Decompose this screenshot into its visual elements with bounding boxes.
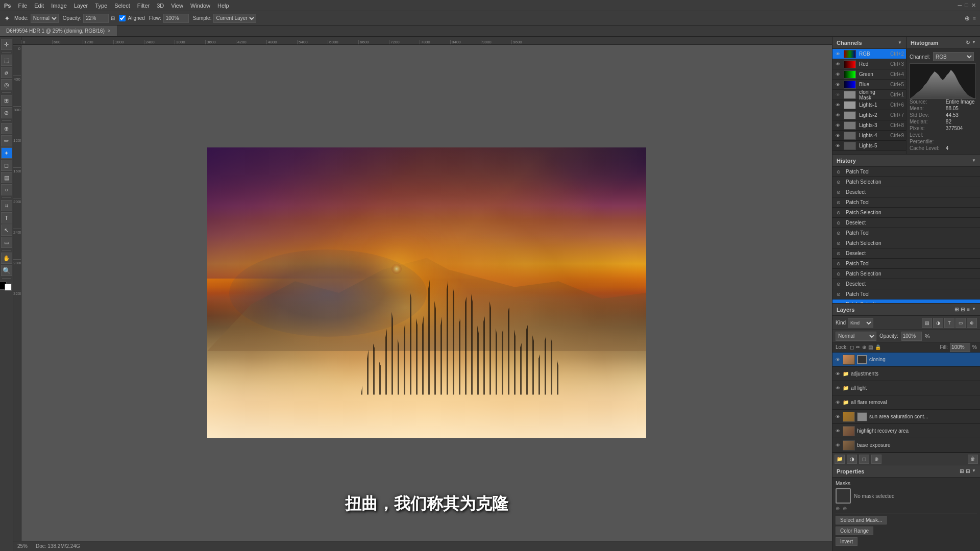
menu-image[interactable]: Image (51, 3, 67, 9)
window-minimize[interactable]: ─ (958, 2, 962, 9)
layer-cloning[interactable]: 👁 cloning (832, 353, 980, 367)
layer-highlight-recovery[interactable]: 👁 highlight recovery area (832, 424, 980, 438)
history-patch-tool-4[interactable]: ⊙ Patch Tool (832, 259, 980, 269)
layer-flare-removal[interactable]: 👁 📁 all flare removal (832, 395, 980, 410)
invert-btn[interactable]: Invert (836, 537, 857, 546)
layers-panel-icon-3[interactable]: ≡ (967, 307, 970, 312)
fill-input[interactable] (950, 343, 970, 352)
history-patch-sel-1[interactable]: ⊙ Patch Selection (832, 177, 980, 187)
layer-opacity-input[interactable] (901, 332, 922, 341)
eraser-tool[interactable]: ◻ (1, 160, 12, 171)
layers-panel-icon-1[interactable]: ⊞ (954, 307, 959, 312)
history-patch-tool-3[interactable]: ⊙ Patch Tool (832, 228, 980, 238)
history-patch-sel-3[interactable]: ⊙ Patch Selection (832, 238, 980, 248)
channel-cloning-mask[interactable]: 👁 cloning Mask Ctrl+1 (832, 90, 906, 100)
menu-window[interactable]: Window (190, 3, 210, 9)
channel-lights4[interactable]: 👁 Lights-4 Ctrl+9 (832, 131, 906, 141)
lock-paint[interactable]: ✏ (856, 344, 860, 350)
history-patch-sel-4[interactable]: ⊙ Patch Selection (832, 269, 980, 279)
history-deselect-3[interactable]: ⊙ Deselect (832, 248, 980, 259)
ps-logo[interactable]: Ps (4, 3, 11, 9)
channel-green[interactable]: 👁 Green Ctrl+4 (832, 69, 906, 80)
select-rect-tool[interactable]: ⬚ (1, 55, 12, 66)
menu-file[interactable]: File (18, 3, 27, 9)
brush-tool[interactable]: ✏ (1, 135, 12, 146)
sun-eye[interactable]: 👁 (835, 414, 841, 419)
filter-adjust[interactable]: ◑ (933, 318, 943, 328)
new-layer-btn[interactable]: ⊕ (871, 455, 881, 464)
l3-eye[interactable]: 👁 (835, 123, 841, 128)
channel-red[interactable]: 👁 Red Ctrl+3 (832, 59, 906, 69)
blend-mode-select[interactable]: Normal (836, 332, 876, 341)
document-canvas[interactable] (207, 147, 646, 438)
channel-lights5[interactable]: 👁 Lights-5 (832, 141, 906, 151)
history-patch-sel-2[interactable]: ⊙ Patch Selection (832, 208, 980, 218)
prop-icon-2[interactable]: ⊟ (966, 468, 970, 474)
lock-position[interactable]: ⊕ (862, 344, 866, 350)
prop-collapse[interactable]: ▼ (972, 468, 976, 474)
mask-eye[interactable]: 👁 (835, 92, 841, 97)
history-deselect-2[interactable]: ⊙ Deselect (832, 218, 980, 228)
window-maximize[interactable]: □ (965, 2, 968, 9)
history-patch-tool-1[interactable]: ⊙ Patch Tool (832, 167, 980, 177)
brush-settings-icon[interactable]: ≡ (973, 15, 976, 21)
new-group-btn[interactable]: 📁 (835, 455, 845, 464)
path-select-tool[interactable]: ↖ (1, 224, 12, 236)
histogram-collapse[interactable]: ▼ (972, 40, 976, 45)
l1-eye[interactable]: 👁 (835, 103, 841, 108)
menu-type[interactable]: Type (95, 3, 107, 9)
filter-shape[interactable]: ▭ (955, 318, 966, 328)
highlight-eye[interactable]: 👁 (835, 429, 841, 434)
quick-select-tool[interactable]: ◎ (1, 79, 12, 90)
color-range-btn[interactable]: Color Range (836, 527, 873, 535)
text-tool[interactable]: T (1, 212, 12, 223)
menu-help[interactable]: Help (217, 3, 229, 9)
delete-layer-btn[interactable]: 🗑 (968, 455, 978, 464)
menu-3d[interactable]: 3D (157, 3, 164, 9)
pen-tool[interactable]: ⌗ (1, 200, 12, 211)
add-mask-btn[interactable]: ◻ (859, 455, 869, 464)
history-patch-sel-5[interactable]: ⊙ Patch Selection (832, 299, 980, 303)
aligned-checkbox[interactable] (119, 15, 126, 21)
lock-all[interactable]: 🔒 (875, 344, 881, 350)
channel-rgb[interactable]: 👁 RGB Ctrl+2 (832, 49, 906, 59)
history-deselect-1[interactable]: ⊙ Deselect (832, 187, 980, 197)
channels-collapse[interactable]: ▼ (898, 40, 902, 45)
green-eye[interactable]: 👁 (835, 72, 841, 77)
hand-tool[interactable]: ✋ (1, 253, 12, 264)
prop-icon-1[interactable]: ⊞ (960, 468, 964, 474)
l2-eye[interactable]: 👁 (835, 113, 841, 118)
channel-blue[interactable]: 👁 Blue Ctrl+5 (832, 80, 906, 90)
sample-select[interactable]: Current Layer (213, 14, 256, 23)
opacity-input[interactable] (83, 14, 109, 23)
base-eye[interactable]: 👁 (835, 443, 841, 448)
flare-eye[interactable]: 👁 (835, 400, 841, 405)
eyedropper-tool[interactable]: ⊘ (1, 107, 12, 118)
layers-collapse[interactable]: ▼ (972, 307, 976, 312)
layer-base-exposure[interactable]: 👁 base exposure (832, 438, 980, 453)
channel-lights1[interactable]: 👁 Lights-1 Ctrl+6 (832, 100, 906, 110)
red-eye[interactable]: 👁 (835, 62, 841, 67)
select-mask-btn[interactable]: Select and Mask... (836, 516, 887, 524)
adj-eye[interactable]: 👁 (835, 371, 841, 377)
zoom-tool[interactable]: 🔍 (1, 265, 12, 276)
history-deselect-4[interactable]: ⊙ Deselect (832, 279, 980, 289)
crop-tool[interactable]: ⊞ (1, 95, 12, 106)
spot-heal-tool[interactable]: ⊕ (1, 123, 12, 134)
lock-artboard[interactable]: ▤ (868, 344, 873, 350)
history-patch-tool-2[interactable]: ⊙ Patch Tool (832, 197, 980, 208)
layers-panel-icon-2[interactable]: ⊟ (961, 307, 965, 312)
cloning-eye[interactable]: 👁 (835, 357, 841, 362)
clone-stamp-tool[interactable]: ✦ (1, 147, 12, 159)
filter-pixel[interactable]: ▤ (922, 318, 932, 328)
blue-eye[interactable]: 👁 (835, 82, 841, 87)
l4-eye[interactable]: 👁 (835, 133, 841, 138)
layer-adjustments[interactable]: 👁 📁 adjustments (832, 367, 980, 381)
flow-input[interactable] (163, 14, 189, 23)
mode-select[interactable]: Normal (31, 14, 59, 23)
rgb-eye[interactable]: 👁 (835, 52, 841, 57)
canvas-background[interactable]: 扭曲，我们称其为克隆 (21, 45, 832, 541)
history-patch-tool-5[interactable]: ⊙ Patch Tool (832, 289, 980, 299)
menu-view[interactable]: View (171, 3, 183, 9)
new-adjustment-btn[interactable]: ◑ (847, 455, 857, 464)
